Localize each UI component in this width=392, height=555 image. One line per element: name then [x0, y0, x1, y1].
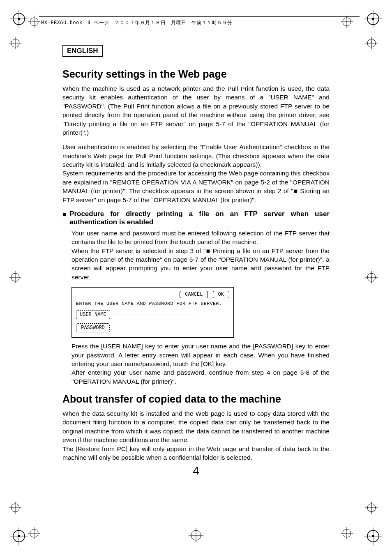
language-badge: ENGLISH — [62, 45, 103, 57]
paragraph: When the FTP server is selected in step … — [71, 246, 330, 282]
touch-panel-figure: CANCEL OK ENTER THE USER NAME AND PASSWO… — [71, 287, 234, 338]
paragraph: User authentication is enabled by select… — [62, 143, 330, 169]
reg-mark — [9, 37, 21, 49]
reg-mark — [28, 527, 40, 539]
reg-mark-bottom-center — [189, 528, 203, 543]
heading-security-settings: Security settings in the Web page — [62, 68, 330, 80]
reg-mark — [365, 271, 378, 283]
reg-mark — [9, 271, 21, 283]
header-filemeta: MX-FRX6U.book 4 ページ ２００７年６月１８日 月曜日 午前１１時… — [41, 19, 233, 26]
content-area: ENGLISH Security settings in the Web pag… — [62, 45, 330, 467]
figure-row-password: PASSWORD — [76, 323, 229, 332]
paragraph: Press the [USER NAME] key to enter your … — [71, 342, 330, 368]
svg-point-15 — [372, 535, 374, 537]
figure-button-row: CANCEL OK — [76, 291, 229, 298]
username-key[interactable]: USER NAME — [76, 310, 110, 319]
paragraph: When the data security kit is installed … — [62, 409, 330, 444]
crop-mark-top-left — [10, 10, 28, 28]
svg-point-7 — [372, 18, 374, 20]
paragraph: The [Restore from PC] key will only appe… — [62, 444, 330, 462]
paragraph: After entering your user name and passwo… — [71, 368, 330, 386]
reg-mark — [9, 502, 21, 514]
subheading-text: Procedure for directly printing a file o… — [69, 210, 330, 226]
reg-mark — [341, 16, 353, 28]
heading-about-transfer: About transfer of copied data to the mac… — [62, 393, 330, 405]
svg-point-11 — [18, 535, 20, 537]
username-field-line — [113, 315, 196, 315]
reg-mark — [28, 16, 40, 28]
bullet-square-icon: ■ — [62, 211, 66, 227]
reg-mark — [341, 527, 353, 539]
crop-mark-top-right — [364, 10, 382, 28]
password-field-line — [113, 328, 196, 328]
svg-point-3 — [18, 18, 20, 20]
page-number: 4 — [0, 464, 392, 477]
password-key[interactable]: PASSWORD — [76, 323, 110, 332]
cancel-button[interactable]: CANCEL — [180, 291, 208, 298]
paragraph: Your user name and password must be ente… — [71, 229, 330, 246]
paragraph: System requirements and the procedure fo… — [62, 169, 330, 204]
document-page: MX-FRX6U.book 4 ページ ２００７年６月１８日 月曜日 午前１１時… — [0, 0, 392, 555]
figure-prompt: ENTER THE USER NAME AND PASSWORD FOR FTP… — [76, 301, 229, 306]
crop-mark-bottom-right — [364, 527, 382, 545]
paragraph: When the machine is used as a network pr… — [62, 84, 330, 137]
header-rule — [39, 16, 360, 17]
reg-mark — [365, 37, 378, 49]
crop-mark-bottom-left — [10, 527, 28, 545]
subheading-procedure: ■ Procedure for directly printing a file… — [62, 210, 330, 226]
figure-row-username: USER NAME — [76, 310, 229, 319]
reg-mark — [365, 502, 378, 514]
ok-button[interactable]: OK — [213, 291, 229, 298]
